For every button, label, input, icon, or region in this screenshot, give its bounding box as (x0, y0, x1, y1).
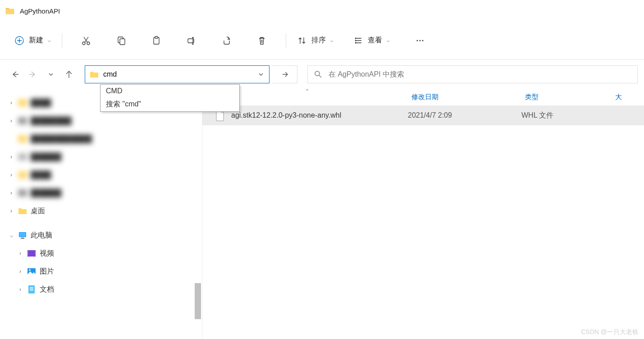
svg-rect-38 (30, 290, 33, 291)
svg-point-28 (28, 255, 29, 256)
svg-rect-19 (19, 233, 26, 237)
address-bar[interactable]: CMD 搜索 "cmd" (85, 65, 269, 83)
address-dropdown[interactable] (253, 72, 269, 77)
nav-arrows (6, 69, 78, 79)
up-button[interactable] (64, 69, 74, 79)
tree-label: 图片 (40, 267, 54, 276)
titlebar: AgPythonAPI (0, 0, 644, 22)
rename-icon (187, 36, 196, 46)
tree-label: 视频 (40, 249, 54, 258)
chevron-down-icon: ⌵ (330, 37, 333, 43)
scrollbar-thumb[interactable] (195, 283, 201, 319)
column-type[interactable]: 类型 (521, 93, 612, 101)
chevron-down-icon: ⌵ (48, 37, 51, 43)
new-label: 新建 (29, 36, 43, 45)
paste-button[interactable] (147, 32, 166, 49)
svg-rect-37 (30, 289, 33, 289)
autocomplete-item[interactable]: CMD (100, 85, 239, 97)
search-input[interactable] (329, 70, 631, 78)
content-pane: ⌃ 名称 修改日期 类型 大 agi.stk12-12.2.0-py3-none… (202, 89, 644, 339)
tree-item-pictures[interactable]: › 图片 (0, 262, 202, 280)
navbar: CMD 搜索 "cmd" (0, 60, 644, 89)
sort-icon (297, 36, 307, 46)
file-name: agi.stk12-12.2.0-py3-none-any.whl (231, 111, 408, 119)
svg-point-29 (35, 251, 36, 252)
svg-rect-15 (18, 153, 27, 160)
toolbar: 新建 ⌵ 排序 ⌵ (0, 22, 644, 60)
cut-button[interactable] (77, 32, 96, 49)
svg-rect-16 (18, 171, 27, 179)
view-button[interactable]: 查看 ⌵ (349, 32, 394, 49)
chevron-right-icon: › (17, 268, 23, 275)
svg-point-32 (35, 255, 36, 256)
file-type: WHL 文件 (521, 111, 612, 120)
tree-item-blurred[interactable]: ›██████ (0, 184, 202, 202)
file-date: 2021/4/7 2:09 (408, 111, 521, 119)
recent-dropdown[interactable] (46, 69, 56, 79)
new-button[interactable]: 新建 ⌵ (10, 32, 55, 49)
svg-point-8 (417, 40, 418, 41)
share-button[interactable] (217, 32, 236, 49)
tree-item-blurred[interactable]: ›████████ (0, 112, 202, 130)
window-title: AgPythonAPI (20, 7, 60, 15)
chevron-right-icon: › (17, 286, 23, 293)
file-row[interactable]: agi.stk12-12.2.0-py3-none-any.whl 2021/4… (202, 105, 644, 125)
search-bar[interactable] (307, 65, 638, 83)
share-icon (222, 36, 232, 46)
sort-button[interactable]: 排序 ⌵ (292, 32, 338, 49)
tree-item-videos[interactable]: › 视频 (0, 244, 202, 262)
tree-item-desktop[interactable]: › 桌面 (0, 202, 202, 220)
tree-item-blurred[interactable]: ›██████ (0, 148, 202, 166)
svg-rect-36 (30, 287, 33, 288)
copy-button[interactable] (112, 32, 131, 49)
sort-label: 排序 (311, 36, 326, 45)
rename-button[interactable] (182, 32, 201, 49)
svg-rect-12 (18, 99, 27, 106)
delete-button[interactable] (252, 32, 271, 49)
svg-point-34 (29, 269, 31, 271)
watermark: CSDN @一只大老铁 (581, 328, 639, 336)
separator (62, 33, 62, 48)
svg-point-9 (420, 40, 421, 41)
folder-icon (90, 71, 99, 78)
svg-point-30 (35, 252, 36, 253)
back-button[interactable] (10, 69, 20, 79)
separator (286, 33, 286, 48)
svg-rect-4 (120, 39, 125, 45)
chevron-down-icon: ⌵ (387, 37, 390, 43)
copy-icon (116, 36, 126, 46)
go-button[interactable] (272, 65, 297, 83)
sort-arrow-icon: ⌃ (305, 88, 309, 94)
chevron-down-icon: ⌵ (8, 232, 14, 238)
sidebar: ›████ ›████████ ████████████ ›██████ ›██… (0, 89, 202, 339)
chevron-right-icon: › (8, 208, 14, 214)
tree-item-blurred[interactable]: ████████████ (0, 130, 202, 148)
search-icon (314, 70, 322, 78)
tree-label: 桌面 (31, 206, 45, 216)
autocomplete-item[interactable]: 搜索 "cmd" (100, 97, 239, 111)
autocomplete-popup: CMD 搜索 "cmd" (100, 84, 240, 112)
view-icon (353, 36, 363, 46)
forward-button[interactable] (28, 69, 38, 79)
svg-point-31 (35, 253, 36, 254)
chevron-right-icon: › (17, 250, 23, 257)
svg-point-11 (315, 71, 320, 76)
column-date[interactable]: 修改日期 (408, 93, 521, 101)
documents-icon (26, 285, 37, 294)
tree-item-blurred[interactable]: ›████ (0, 166, 202, 184)
trash-icon (257, 36, 267, 46)
column-size[interactable]: 大 (612, 93, 644, 101)
tree-item-documents[interactable]: › 文档 (0, 280, 202, 298)
cut-icon (81, 36, 91, 46)
videos-icon (26, 249, 37, 258)
more-button[interactable] (411, 32, 429, 49)
pictures-icon (26, 267, 37, 276)
main: ›████ ›████████ ████████████ ›██████ ›██… (0, 89, 644, 339)
paste-icon (151, 36, 161, 46)
address-input[interactable] (103, 70, 253, 78)
folder-icon (5, 7, 14, 14)
svg-rect-17 (18, 189, 27, 197)
column-headers: 名称 修改日期 类型 大 (202, 89, 644, 105)
tree-item-thispc[interactable]: ⌵ 此电脑 (0, 226, 202, 244)
svg-rect-20 (21, 238, 24, 238)
